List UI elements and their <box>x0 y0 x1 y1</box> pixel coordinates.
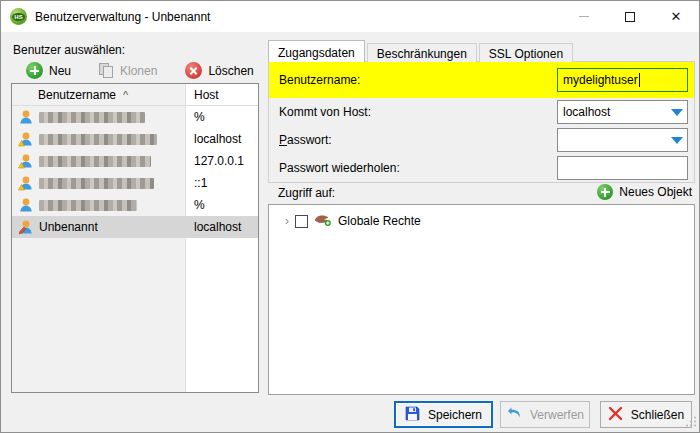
user-row[interactable]: 127.0.0.1 <box>12 150 258 172</box>
discard-button[interactable]: Verwerfen <box>500 401 590 428</box>
delete-icon <box>185 62 202 79</box>
host-cell: localhost <box>186 220 241 234</box>
chevron-down-icon[interactable] <box>671 109 683 116</box>
new-object-label: Neues Objekt <box>619 185 692 199</box>
redacted-username <box>39 200 137 211</box>
redacted-username <box>39 178 154 189</box>
maximize-button[interactable] <box>607 1 653 32</box>
new-user-button[interactable]: Neu <box>26 62 71 79</box>
select-user-label: Benutzer auswählen: <box>13 43 125 57</box>
user-row-selected[interactable]: Unbenannt localhost <box>12 216 258 238</box>
host-cell: 127.0.0.1 <box>186 154 244 168</box>
user-row[interactable]: localhost <box>12 128 258 150</box>
tab-ssl-optionen[interactable]: SSL Optionen <box>479 43 573 62</box>
add-icon <box>26 62 43 79</box>
from-host-label: Kommt von Host: <box>269 105 371 119</box>
password-row: Passwort: <box>269 126 694 154</box>
new-user-label: Neu <box>49 64 71 78</box>
new-object-button[interactable]: Neues Objekt <box>597 184 692 200</box>
from-host-row: Kommt von Host: localhost <box>269 98 694 126</box>
from-host-value: localhost <box>563 105 610 119</box>
close-label: Schließen <box>631 408 684 422</box>
password-repeat-input[interactable] <box>557 156 688 180</box>
user-warning-icon <box>18 131 34 147</box>
app-icon-label: HS <box>12 13 24 21</box>
username-row: Benutzername: mydelightuser <box>269 62 694 98</box>
privileges-tree[interactable]: › Globale Rechte <box>268 204 695 395</box>
redacted-username <box>39 112 145 123</box>
user-warning-icon <box>18 175 34 191</box>
chevron-down-icon[interactable] <box>671 137 683 144</box>
password-repeat-label: Passwort wiederholen: <box>269 161 400 175</box>
tab-zugangsdaten[interactable]: Zugangsdaten <box>268 40 365 62</box>
window-title: Benutzerverwaltung - Unbenannt <box>35 10 210 24</box>
close-red-icon <box>608 406 623 424</box>
redacted-username <box>39 134 157 145</box>
discard-label: Verwerfen <box>530 408 584 422</box>
maximize-icon <box>625 12 635 22</box>
redacted-username <box>39 156 151 167</box>
heidisql-app-icon: HS <box>10 8 27 25</box>
text-caret <box>639 73 640 87</box>
save-button[interactable]: Speichern <box>394 401 493 428</box>
minimize-icon <box>579 16 589 17</box>
close-button[interactable]: ✕ <box>653 1 699 32</box>
titlebar: HS Benutzerverwaltung - Unbenannt ✕ <box>1 1 699 32</box>
username-label: Benutzername: <box>269 73 360 87</box>
column-header-username[interactable]: Benutzername <box>38 88 116 102</box>
password-repeat-row: Passwort wiederholen: <box>269 154 694 182</box>
resize-grip[interactable] <box>686 416 697 430</box>
tree-item-global-privileges[interactable]: › Globale Rechte <box>269 212 694 230</box>
user-list[interactable]: Benutzername ^ Host % localhost <box>11 83 259 393</box>
global-privileges-icon <box>314 212 332 230</box>
username-value: mydelightuser <box>563 73 638 87</box>
close-dialog-button[interactable]: Schließen <box>600 401 692 428</box>
access-header: Zugriff auf: Neues Objekt <box>268 185 695 203</box>
user-list-header[interactable]: Benutzername ^ Host <box>12 84 258 106</box>
close-icon: ✕ <box>671 10 682 23</box>
global-privileges-checkbox[interactable] <box>295 215 308 228</box>
user-manager-dialog: HS Benutzerverwaltung - Unbenannt ✕ Benu… <box>0 0 700 433</box>
expand-chevron-icon[interactable]: › <box>285 215 289 227</box>
host-cell: localhost <box>186 132 241 146</box>
add-icon <box>597 184 613 200</box>
undo-icon <box>506 406 522 423</box>
username-input[interactable]: mydelightuser <box>557 68 688 92</box>
access-label: Zugriff auf: <box>278 186 335 200</box>
tab-strip: Zugangsdaten Beschränkungen SSL Optionen <box>268 40 575 62</box>
clone-user-button[interactable]: Klonen <box>99 63 157 79</box>
sort-ascending-icon: ^ <box>123 89 128 101</box>
window-controls: ✕ <box>561 1 699 32</box>
user-warning-icon <box>18 153 34 169</box>
host-cell: ::1 <box>186 176 207 190</box>
user-icon <box>18 197 34 213</box>
password-label: Passwort: <box>269 133 332 147</box>
user-toolbar: Neu Klonen Löschen <box>26 60 254 81</box>
host-cell: % <box>186 110 205 124</box>
user-edit-icon <box>18 219 34 235</box>
delete-user-label: Löschen <box>208 64 253 78</box>
user-icon <box>18 109 34 125</box>
credentials-tab-page: Benutzername: mydelightuser Kommt von Ho… <box>268 61 695 183</box>
tree-item-label: Globale Rechte <box>338 214 421 228</box>
save-label: Speichern <box>428 408 482 422</box>
delete-user-button[interactable]: Löschen <box>185 62 253 79</box>
save-icon <box>405 406 420 424</box>
user-row[interactable]: ::1 <box>12 172 258 194</box>
user-row[interactable]: % <box>12 106 258 128</box>
from-host-combobox[interactable]: localhost <box>557 100 688 124</box>
clone-user-label: Klonen <box>120 64 157 78</box>
copy-icon <box>99 63 114 79</box>
column-header-host[interactable]: Host <box>186 88 219 102</box>
tab-beschraenkungen[interactable]: Beschränkungen <box>367 43 477 62</box>
username-cell: Unbenannt <box>39 220 98 234</box>
minimize-button[interactable] <box>561 1 607 32</box>
host-cell: % <box>186 198 205 212</box>
password-combobox[interactable] <box>557 128 688 152</box>
user-row[interactable]: % <box>12 194 258 216</box>
